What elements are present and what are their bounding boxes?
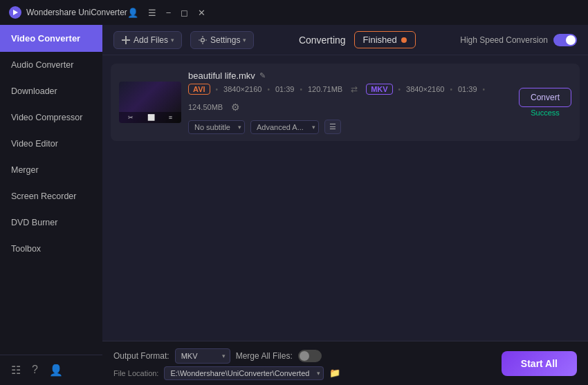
titlebar: Wondershare UniConverter 👤 ☰ − ◻ ✕ — [0, 0, 588, 25]
user-profile-icon[interactable]: 👤 — [49, 364, 63, 377]
success-label: Success — [531, 109, 560, 117]
converting-label: Converting — [299, 35, 346, 46]
file-location-label: File Location: — [113, 369, 158, 377]
file-edit-icon[interactable]: ✎ — [259, 71, 266, 80]
convert-button[interactable]: Convert — [519, 88, 571, 107]
merge-all-toggle[interactable] — [298, 350, 322, 362]
high-speed-label: High Speed Conversion — [460, 35, 548, 45]
advanced-select[interactable]: Advanced A... — [250, 120, 319, 134]
maximize-icon[interactable]: ◻ — [181, 8, 188, 18]
add-files-button[interactable]: Add Files ▾ — [113, 31, 182, 49]
window-controls: 👤 ☰ − ◻ ✕ — [127, 8, 206, 18]
sidebar-item-toolbox[interactable]: Toolbox — [0, 236, 102, 262]
minimize-icon[interactable]: − — [166, 8, 172, 18]
crop-icon[interactable]: ⬜ — [147, 114, 155, 121]
sidebar-item-video-compressor[interactable]: Video Compressor — [0, 104, 102, 131]
file-thumbnail: ✂ ⬜ ≡ — [119, 82, 181, 123]
output-format-label: Output Format: — [113, 351, 169, 361]
thumbnail-tools: ✂ ⬜ ≡ — [119, 112, 181, 123]
output-format-select[interactable]: MKV — [175, 348, 230, 364]
file-list: ✂ ⬜ ≡ beautiful life.mkv ✎ AVI • 3840×21… — [102, 55, 588, 341]
logo-icon — [8, 6, 22, 19]
close-icon[interactable]: ✕ — [198, 8, 205, 18]
input-duration: 01:39 — [275, 85, 295, 93]
finished-label: Finished — [363, 35, 397, 45]
output-format-field: Output Format: MKV Merge All Files: — [113, 348, 340, 364]
output-format-select-wrapper: MKV — [175, 348, 230, 364]
sidebar-item-audio-converter[interactable]: Audio Converter — [0, 52, 102, 78]
input-format-badge[interactable]: AVI — [188, 84, 210, 95]
sidebar-item-merger[interactable]: Merger — [0, 157, 102, 183]
add-files-icon — [121, 35, 131, 45]
main-layout: Video Converter Audio Converter Download… — [0, 25, 588, 385]
output-size: 124.50MB — [188, 103, 223, 111]
svg-point-3 — [201, 38, 205, 41]
bottom-left: Output Format: MKV Merge All Files: File… — [113, 348, 340, 378]
advanced-select-wrapper: Advanced A... — [250, 120, 319, 134]
settings-button[interactable]: Settings ▾ — [190, 31, 254, 49]
output-format-badge[interactable]: MKV — [366, 84, 392, 95]
file-info: beautiful life.mkv ✎ AVI • 3840×2160 • 0… — [188, 71, 512, 134]
sidebar-item-screen-recorder[interactable]: Screen Recorder — [0, 183, 102, 209]
effects-icon[interactable]: ≡ — [169, 114, 172, 121]
sidebar-item-downloader[interactable]: Downloader — [0, 78, 102, 104]
sidebar: Video Converter Audio Converter Download… — [0, 25, 102, 385]
bottom-bar: Output Format: MKV Merge All Files: File… — [102, 341, 588, 385]
subtitle-row: No subtitle Advanced A... ☰ — [188, 120, 512, 134]
file-name: beautiful life.mkv — [188, 71, 255, 81]
layout-icon[interactable]: ☷ — [11, 364, 21, 377]
convert-arrow-icon: ⇄ — [351, 84, 358, 94]
settings-icon — [198, 35, 208, 45]
file-name-row: beautiful life.mkv ✎ — [188, 71, 512, 81]
output-settings-button[interactable]: ⚙ — [228, 100, 243, 114]
sidebar-item-video-editor[interactable]: Video Editor — [0, 131, 102, 157]
output-duration: 01:39 — [458, 85, 477, 93]
file-card: ✂ ⬜ ≡ beautiful life.mkv ✎ AVI • 3840×21… — [111, 64, 580, 141]
high-speed-toggle[interactable] — [553, 34, 577, 46]
user-icon[interactable]: 👤 — [127, 8, 138, 18]
content-area: Add Files ▾ Settings ▾ Converting Finish… — [102, 25, 588, 385]
app-title: Wondershare UniConverter — [26, 8, 127, 17]
convert-column: Convert Success — [519, 88, 571, 117]
folder-icon[interactable]: 📁 — [329, 368, 340, 378]
high-speed-section: High Speed Conversion — [460, 34, 577, 46]
cut-icon[interactable]: ✂ — [128, 114, 134, 121]
add-files-dropdown-arrow: ▾ — [171, 37, 174, 44]
location-select-wrapper: E:\Wondershare\UniConverter\Converted — [164, 369, 324, 377]
subtitle-select[interactable]: No subtitle — [188, 120, 245, 134]
chapter-icon-button[interactable]: ☰ — [324, 120, 341, 134]
input-resolution: 3840×2160 — [223, 85, 261, 93]
sidebar-item-dvd-burner[interactable]: DVD Burner — [0, 209, 102, 236]
finished-dot — [401, 37, 407, 43]
start-all-button[interactable]: Start All — [502, 351, 577, 376]
subtitle-select-wrapper: No subtitle — [188, 120, 245, 134]
file-location-row: File Location: E:\Wondershare\UniConvert… — [113, 368, 340, 378]
file-meta-row: AVI • 3840×2160 • 01:39 • 120.71MB ⇄ MKV… — [188, 84, 512, 114]
help-icon[interactable]: ? — [32, 364, 38, 377]
input-size: 120.71MB — [308, 85, 342, 93]
merge-all-section: Merge All Files: — [236, 350, 322, 362]
sidebar-item-video-converter[interactable]: Video Converter — [0, 25, 102, 52]
svg-rect-2 — [122, 39, 130, 41]
output-resolution: 3840×2160 — [406, 85, 444, 93]
menu-icon[interactable]: ☰ — [148, 8, 156, 18]
finished-button[interactable]: Finished — [354, 31, 416, 48]
sidebar-bottom: ☷ ? 👤 — [0, 355, 102, 385]
merge-all-label: Merge All Files: — [236, 351, 293, 361]
file-location-path[interactable]: E:\Wondershare\UniConverter\Converted — [164, 366, 324, 380]
app-logo: Wondershare UniConverter — [8, 6, 127, 19]
settings-dropdown-arrow: ▾ — [243, 37, 246, 44]
toolbar: Add Files ▾ Settings ▾ Converting Finish… — [102, 25, 588, 55]
